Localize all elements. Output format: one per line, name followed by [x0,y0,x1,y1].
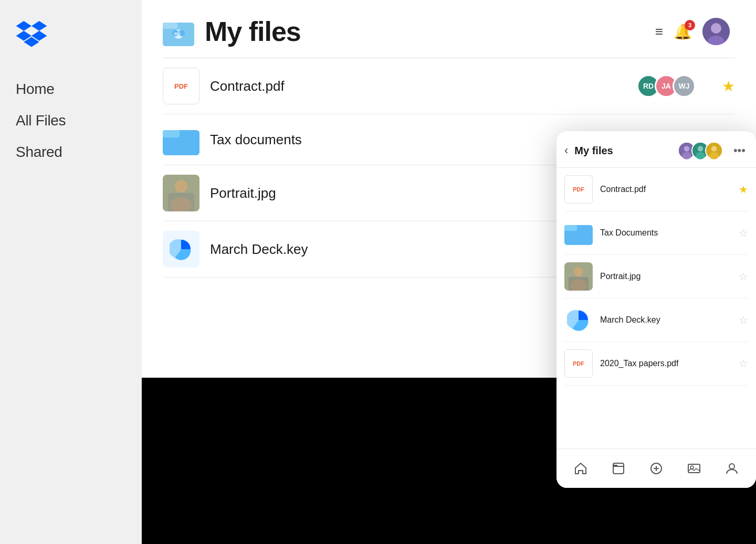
panel-file-item-tax-docs: Tax Documents ☆ [564,211,748,255]
sidebar-item-home[interactable]: Home [16,81,126,98]
panel-star-button[interactable]: ☆ [739,227,748,239]
panel-file-item-2020-tax: PDF 2020_Tax papers.pdf ☆ [564,342,748,386]
panel-file-thumb-portrait [564,262,593,291]
panel-nav-home[interactable] [569,457,592,480]
panel-file-thumb-folder [564,219,593,247]
svg-text:RD: RD [174,31,181,36]
svg-marker-1 [32,21,47,31]
panel-nav-profile[interactable] [720,457,743,480]
panel-file-thumb-pdf2: PDF [564,349,593,378]
svg-point-18 [175,180,187,193]
svg-point-24 [682,152,691,159]
svg-rect-6 [163,23,177,29]
header-right: ≡ 🔔 3 [655,18,730,45]
panel-bottom-nav [556,449,756,488]
page-header: RD My files ≡ 🔔 3 [142,0,756,58]
panel-header: ‹ My files [556,131,756,168]
panel-file-name: Tax Documents [600,228,731,238]
panel-file-item-portrait: Portrait.jpg ☆ [564,255,748,298]
sidebar: Home All Files Shared [0,0,142,544]
sidebar-item-shared[interactable]: Shared [16,144,126,161]
panel-file-item-march-deck: March Deck.key ☆ [564,298,748,342]
svg-rect-15 [163,130,180,137]
menu-icon[interactable]: ≡ [655,24,663,40]
file-thumb-portrait [163,175,200,211]
svg-marker-0 [16,21,32,31]
panel-star-button[interactable]: ☆ [739,314,748,326]
panel-file-name: 2020_Tax papers.pdf [600,359,731,368]
page-title: My files [205,16,301,47]
svg-point-26 [698,146,704,152]
panel-back-button[interactable]: ‹ [564,144,568,157]
panel-title: My files [574,145,671,157]
panel-file-item-contract: PDF Contract.pdf ★ [564,168,748,211]
svg-point-27 [696,152,705,159]
file-collaborators: RD JA WJ [637,74,696,98]
main-content: RD My files ≡ 🔔 3 PDF [142,0,756,378]
panel-file-name: Contract.pdf [600,185,731,194]
user-avatar[interactable] [702,18,730,45]
panel-file-name: March Deck.key [600,315,731,325]
panel-star-button[interactable]: ☆ [739,270,748,283]
dropbox-logo [16,21,126,49]
svg-point-30 [709,152,719,159]
file-thumb-keynote [163,231,200,268]
file-thumb-folder [163,124,200,155]
svg-point-43 [729,464,734,469]
svg-rect-32 [564,225,577,231]
panel-more-button[interactable]: ••• [733,144,746,157]
mobile-panel: ‹ My files [556,131,756,488]
file-thumb-pdf: PDF [163,68,200,104]
panel-star-button[interactable]: ☆ [739,357,748,370]
panel-avatars [678,142,723,159]
sidebar-nav: Home All Files Shared [16,81,126,175]
panel-avatar-3 [705,142,723,159]
panel-file-thumb-keynote [564,306,593,334]
file-item-contract: PDF Contract.pdf RD JA WJ ★ [163,58,735,114]
panel-file-thumb-pdf: PDF [564,175,593,204]
notification-button[interactable]: 🔔 3 [674,23,692,40]
panel-nav-photos[interactable] [682,457,706,480]
sidebar-item-all-files[interactable]: All Files [16,112,126,129]
panel-star-button[interactable]: ★ [739,183,748,196]
svg-rect-20 [168,193,194,211]
file-name: Contract.pdf [210,78,626,94]
svg-point-12 [711,23,721,34]
header-left: RD My files [163,16,301,47]
svg-point-35 [574,267,583,276]
panel-nav-add[interactable] [645,457,668,480]
panel-file-name: Portrait.jpg [600,272,731,281]
shared-folder-icon: RD [163,17,194,46]
svg-point-23 [684,146,690,152]
panel-nav-files[interactable] [607,457,630,480]
svg-rect-37 [569,277,589,291]
star-button[interactable]: ★ [722,78,735,95]
svg-point-29 [711,146,717,152]
pdf-label: PDF [174,82,188,90]
collaborator-avatar-wj: WJ [673,74,696,98]
svg-rect-41 [688,464,700,473]
notification-badge: 3 [685,20,695,30]
panel-file-list: PDF Contract.pdf ★ Tax Documents ☆ [556,168,756,449]
